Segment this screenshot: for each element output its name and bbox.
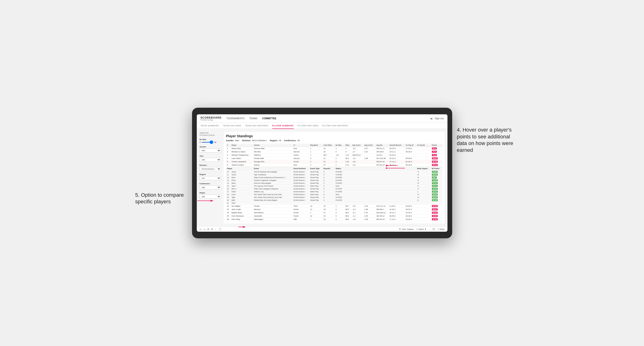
sub-nav-player-h2h-heatmap[interactable]: PLAYER H2H HEATMAP	[322, 123, 348, 129]
watch-button[interactable]: ⬡ Watch ▼	[416, 228, 426, 230]
table-row: 22 Ian Gilligan Florida Third 10 24 1 68…	[226, 204, 442, 208]
sidebar-conference-select[interactable]: (All)	[200, 185, 221, 189]
col-reg-rank: Reg Rank	[309, 144, 322, 147]
filter-row: Gender: Men Division: NCAA Division I Re…	[226, 139, 442, 142]
filter-conference: Conference: All	[284, 139, 300, 142]
sidebar-gender-select[interactable]: Men	[200, 149, 221, 153]
undo-button[interactable]: ↩	[200, 228, 202, 230]
sidebar-year-label: Year	[200, 155, 221, 157]
watch-chevron-icon: ▼	[424, 228, 426, 230]
expanded-table-row: 13 Phich Southern Highlands Collegiate N…	[226, 179, 442, 182]
sub-nav-player-h2h-grid[interactable]: PLAYER H2H GRID	[298, 123, 318, 129]
expanded-table-row: 19 Tiger SEC Stroke Play hosted by Jerry…	[226, 196, 442, 199]
copy-button[interactable]: ⧉	[211, 228, 213, 230]
table-row-highlighted: 5 Christo Lamprecht Georgia Tech Fourth …	[226, 160, 442, 164]
sub-nav-team-summary[interactable]: TEAM SUMMARY	[200, 123, 219, 129]
expanded-table-row: 18 Luke I SEC Match Play hosted by Jerry…	[226, 193, 442, 196]
nav-tournaments[interactable]: TOURNAMENTS	[226, 115, 244, 122]
sidebar-conference-label: Conference	[200, 182, 221, 185]
sub-nav-team-h2h-grid[interactable]: TEAM H2H GRID	[223, 123, 241, 129]
sign-out-link[interactable]: Sign out	[435, 115, 444, 122]
settings-button[interactable]: ⚙	[207, 228, 209, 230]
expanded-table-row: 11 Gordo Tiger Invitational NCAA Divisio…	[226, 173, 442, 176]
sub-nav: TEAM SUMMARY TEAM H2H GRID TEAM H2H HEAT…	[197, 123, 448, 129]
expanded-table-row: 15 Jake I The Cypress Point Classic NCAA…	[226, 185, 442, 187]
tablet-frame: SCOREBOARD Powered by clipp TOURNAMENTS …	[192, 108, 452, 238]
player-arrow-svg	[197, 199, 216, 202]
sidebar-no-rds: No Rds. 4 52	[200, 138, 221, 143]
col-points: Points	[431, 144, 442, 147]
logo-sub: Powered by clipp	[200, 119, 222, 121]
col-school: School	[253, 144, 292, 147]
view-original-button[interactable]: 👁 View: Original	[399, 228, 414, 230]
watch-icon: ⬡	[416, 228, 418, 230]
nav-bar: SCOREBOARD Powered by clipp TOURNAMENTS …	[197, 114, 448, 123]
sidebar-player-section: Player (All)	[200, 192, 221, 199]
expanded-table-row: 10 Jacob UNCW Seahawk Intercollegiate NC…	[226, 171, 442, 173]
no-rds-min: 4	[200, 141, 200, 143]
sidebar-update: Update time: 27/01/2024 16:56:26	[200, 132, 221, 137]
sidebar-player-select[interactable]: (All)	[200, 195, 221, 199]
logo-area: SCOREBOARD Powered by clipp	[200, 116, 222, 121]
col-player: Player	[230, 144, 253, 147]
right-panel: Player Standings Gender: Men Division: N…	[224, 132, 445, 223]
col-vs25: Vs Top 25	[405, 144, 416, 147]
sidebar-player-label: Player	[200, 192, 221, 194]
nav-right: ◀ | Sign out	[430, 115, 444, 122]
expanded-table-row: 17 David Williams Cup NCAA Division I Ma…	[226, 190, 442, 193]
sidebar-year-section: Year (All)	[200, 155, 221, 162]
col-avg-sg: Avg SG	[376, 144, 388, 147]
sidebar-region-select[interactable]: N/A	[200, 176, 221, 180]
no-rds-max: 52	[214, 141, 216, 143]
col-wins: Wins	[344, 144, 352, 147]
col-vs50: Vs Top 50	[416, 144, 431, 147]
table-row: 24 Bastien Amat New Mexico Fourth 1 27 2…	[226, 211, 442, 214]
toolbar-separator: |	[429, 228, 430, 230]
col-overall: Overall Record	[388, 144, 405, 147]
expanded-table-row: 21 Teshi	[226, 202, 442, 204]
view-icon: 👁	[399, 228, 401, 230]
bottom-toolbar: ↩ ↪ ⚙ ⧉ ··· 🕐 👁 View: Original ⬡ Watch	[197, 226, 448, 232]
table-row: 26 Petr Hruby Washington Fifth 7 23 0 68…	[226, 218, 442, 221]
col-avg-to-par: Avg to-Par	[364, 144, 376, 147]
filter-region: Region: All	[270, 139, 281, 142]
table-row: 3 Michael Thorbjornsen Stanford Fourth 1…	[226, 154, 442, 157]
nav-committee[interactable]: COMMITTEE	[262, 115, 276, 122]
standings-table: # Player School Yr Reg Rank Conf Rank No…	[226, 144, 442, 221]
sidebar-year-select[interactable]: (All)	[200, 158, 221, 162]
no-rds-range-row: 4 52	[200, 141, 221, 143]
table-row: 4 Luke Claton Florida State Second 5 27 …	[226, 157, 442, 160]
expanded-table-row: 20 Mattl Mirabel Maui Jim Intercollegiat…	[226, 199, 442, 202]
annotation-top-right: 4. Hover over a player's points to see a…	[457, 127, 518, 154]
sidebar-conference-section: Conference (All)	[200, 182, 221, 189]
nav-teams[interactable]: TEAMS	[249, 115, 257, 122]
sidebar-division-select[interactable]: NCAA Division I	[200, 167, 221, 171]
view-original-label: View: Original	[402, 228, 414, 230]
nav-items: TOURNAMENTS TEAMS COMMITTEE	[226, 115, 430, 122]
redo-button[interactable]: ↪	[204, 228, 205, 230]
main-content: Update time: 27/01/2024 16:56:26 No Rds.…	[197, 129, 448, 226]
sub-nav-player-summary[interactable]: PLAYER SUMMARY	[272, 123, 294, 129]
expanded-table-row: 14 Mane Amer An Intercollegiate NCAA Div…	[226, 182, 442, 185]
sidebar-region-label: Region	[200, 173, 221, 175]
separator-icon: ◀ |	[430, 117, 433, 120]
toolbar-left: ↩ ↪ ⚙ ⧉ ··· 🕐	[200, 228, 221, 230]
col-adj-score: Adj. Score	[352, 144, 364, 147]
col-num: #	[226, 144, 230, 147]
share-icon: ⤴	[438, 228, 439, 230]
table-row: 23 Jack Lundin Missouri Fourth 11 24 0 6…	[226, 208, 442, 211]
sidebar-gender-section: Gender Men	[200, 146, 221, 153]
filter-gender: Gender: Men	[226, 139, 239, 142]
sidebar: Update time: 27/01/2024 16:56:26 No Rds.…	[200, 132, 221, 223]
outer-wrapper: 4. Hover over a player's points to see a…	[192, 108, 452, 238]
sidebar-division-section: Division NCAA Division I	[200, 164, 221, 171]
filter-division: Division: NCAA Division I	[242, 139, 267, 142]
sub-nav-team-h2h-heatmap[interactable]: TEAM H2H HEATMAP	[245, 123, 268, 129]
comment-button[interactable]: 💬	[432, 228, 435, 230]
logo-title: SCOREBOARD	[200, 116, 222, 119]
sidebar-region-section: Region N/A	[200, 173, 221, 180]
no-rds-slider[interactable]	[202, 142, 213, 143]
share-button[interactable]: ⤴ Share	[438, 228, 444, 230]
table-header-row: # Player School Yr Reg Rank Conf Rank No…	[226, 144, 442, 147]
table-row: 6 Jackson Kolson Auburn First 2 27 1 2.7…	[226, 164, 442, 167]
